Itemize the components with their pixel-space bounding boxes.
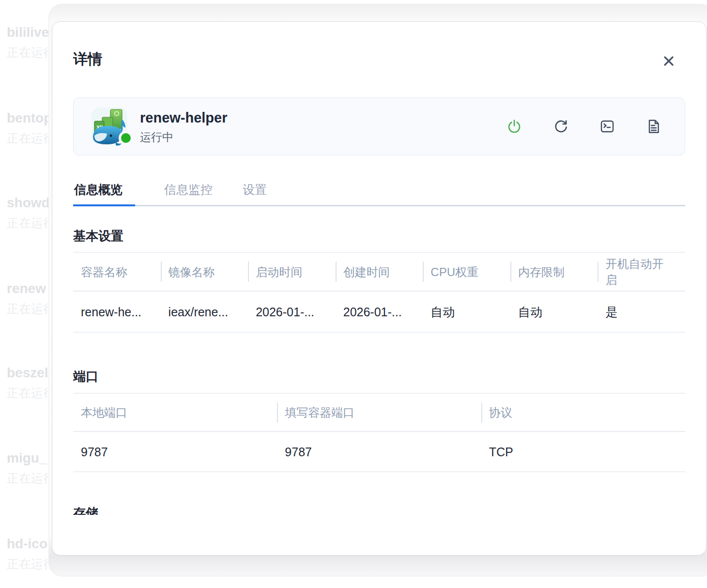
app-icon: XII <box>91 107 128 146</box>
tab-info-monitor[interactable]: 信息监控 <box>163 181 214 205</box>
list-item: hd-ico 正在运行 <box>7 536 55 571</box>
ports-table: 本地端口 填写容器端口 协议 9787 9787 TCP <box>73 393 685 472</box>
terminal-icon <box>599 119 615 134</box>
column-header: CPU权重 <box>423 264 510 280</box>
restart-button[interactable] <box>553 119 569 134</box>
terminal-button[interactable] <box>599 119 615 134</box>
container-name: showd <box>7 195 55 211</box>
cell-image-name: ieax/rene... <box>161 304 248 320</box>
cell-container-port: 9787 <box>277 444 481 460</box>
container-name: bililive <box>7 24 55 41</box>
storage-heading-clipped: 存储 <box>73 504 685 515</box>
list-item: bentop 正在运行 <box>7 110 55 145</box>
cell-create-time: 2026-01-... <box>336 304 423 320</box>
column-header: 协议 <box>481 404 685 420</box>
cell-cpu-weight: 自动 <box>423 304 510 320</box>
modal-header: 详情 <box>73 47 685 71</box>
container-info: renew-helper 运行中 <box>140 109 507 144</box>
modal-title: 详情 <box>73 47 102 71</box>
column-header: 本地端口 <box>73 404 277 420</box>
container-actions <box>507 119 661 134</box>
container-name: migu_ <box>7 450 55 466</box>
table-row: renew-he... ieax/rene... 2026-01-... 202… <box>73 292 685 333</box>
list-item: migu_ 正在运行 <box>7 450 55 485</box>
column-header: 开机自动开启 <box>598 256 685 288</box>
table-header-row: 容器名称 镜像名称 启动时间 创建时间 CPU权重 内存限制 开机自动开启 <box>73 252 685 292</box>
cell-container-name: renew-he... <box>73 304 161 320</box>
table-row: 9787 9787 TCP <box>73 432 685 472</box>
cell-local-port: 9787 <box>73 444 277 460</box>
column-header: 镜像名称 <box>161 264 248 280</box>
basic-settings-table: 容器名称 镜像名称 启动时间 创建时间 CPU权重 内存限制 开机自动开启 re… <box>73 252 685 333</box>
container-status: 正在运行 <box>7 386 55 400</box>
close-icon <box>662 54 676 68</box>
column-header: 启动时间 <box>248 264 336 280</box>
log-file-icon <box>646 119 661 134</box>
restart-icon <box>553 119 569 134</box>
list-item: bililive 正在运行 <box>7 24 55 60</box>
ports-heading: 端口 <box>73 368 685 385</box>
cell-protocol: TCP <box>481 444 685 460</box>
container-status: 正在运行 <box>7 557 55 571</box>
cell-start-time: 2026-01-... <box>248 304 336 320</box>
running-status-dot <box>119 131 133 145</box>
storage-heading: 存储 <box>73 504 685 515</box>
close-button[interactable] <box>659 51 678 71</box>
list-item: renew 正在运行 <box>7 280 55 316</box>
column-header: 填写容器端口 <box>277 404 481 420</box>
list-item: showd 正在运行 <box>7 195 55 230</box>
basic-settings-heading: 基本设置 <box>73 227 685 245</box>
container-name: renew-helper <box>140 109 507 126</box>
power-icon <box>507 119 522 134</box>
tab-settings[interactable]: 设置 <box>242 181 268 205</box>
column-header: 容器名称 <box>73 264 161 280</box>
column-header: 创建时间 <box>336 264 423 280</box>
log-button[interactable] <box>646 119 661 134</box>
column-header: 内存限制 <box>510 264 598 280</box>
container-name: beszel <box>7 365 55 381</box>
tab-info-overview[interactable]: 信息概览 <box>73 181 135 205</box>
container-name: renew <box>7 280 55 297</box>
container-status-label: 运行中 <box>140 130 507 144</box>
table-header-row: 本地端口 填写容器端口 协议 <box>73 393 685 432</box>
container-summary-card: XII renew-helper 运行中 <box>73 97 685 155</box>
cell-memory-limit: 自动 <box>510 304 598 320</box>
container-status: 正在运行 <box>7 131 55 145</box>
container-name: bentop <box>7 110 55 126</box>
container-status: 正在运行 <box>7 301 55 316</box>
container-status: 正在运行 <box>7 471 55 485</box>
list-item: beszel 正在运行 <box>7 365 55 400</box>
cell-autostart: 是 <box>598 304 685 320</box>
container-name: hd-ico <box>7 536 55 552</box>
tab-bar: 信息概览 信息监控 设置 <box>73 181 685 206</box>
container-status: 正在运行 <box>7 45 55 60</box>
power-button[interactable] <box>507 119 522 134</box>
container-status: 正在运行 <box>7 216 55 230</box>
details-modal: 详情 <box>52 21 707 556</box>
